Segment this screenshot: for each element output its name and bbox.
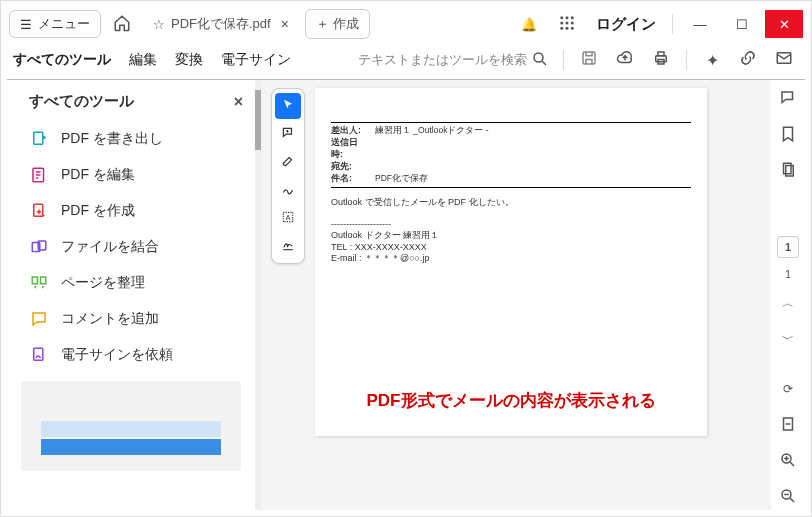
svg-point-0 <box>560 16 563 19</box>
right-rail: 1 1 ︿ ﹀ ⟳ <box>771 80 805 510</box>
cloud-button[interactable] <box>610 45 640 75</box>
zoom-out-button[interactable] <box>775 484 801 510</box>
request-sign-icon <box>29 345 49 365</box>
subject-value: PDF化で保存 <box>375 173 428 185</box>
menu-label: メニュー <box>38 15 90 33</box>
svg-point-6 <box>560 26 563 29</box>
svg-point-9 <box>534 53 543 62</box>
home-button[interactable] <box>105 9 139 39</box>
sidebar-item-comment[interactable]: コメントを追加 <box>7 301 255 337</box>
sparkle-icon: ✦ <box>706 51 719 70</box>
zoom-in-button[interactable] <box>775 448 801 474</box>
window-close-button[interactable]: ✕ <box>765 10 803 38</box>
comment-add-icon <box>29 309 49 329</box>
home-icon <box>113 14 131 35</box>
svg-rect-20 <box>32 277 37 284</box>
ai-button[interactable]: ✦ <box>697 45 727 75</box>
notifications-button[interactable]: 🔔 <box>512 9 546 39</box>
promo-card[interactable] <box>21 381 241 471</box>
page-current[interactable]: 1 <box>777 236 799 258</box>
star-icon: ☆ <box>153 17 165 32</box>
sidebar-item-export[interactable]: PDF を書き出し <box>7 121 255 157</box>
document-tab[interactable]: ☆ PDF化で保存.pdf × <box>143 7 301 41</box>
print-button[interactable] <box>646 45 676 75</box>
grid-icon <box>558 14 576 35</box>
divider <box>686 50 687 70</box>
menu-edit[interactable]: 編集 <box>129 45 157 75</box>
sidebar-item-edit[interactable]: PDF を編集 <box>7 157 255 193</box>
organize-icon <box>29 273 49 293</box>
from-value: 練習用１ _Outlookドクター - <box>375 125 489 137</box>
sidebar-item-create[interactable]: PDF を作成 <box>7 193 255 229</box>
sidebar-item-combine[interactable]: ファイルを結合 <box>7 229 255 265</box>
sidebar-item-organize[interactable]: ページを整理 <box>7 265 255 301</box>
highlight-tool[interactable] <box>275 149 301 175</box>
combine-icon <box>29 237 49 257</box>
cursor-icon <box>281 98 295 115</box>
sidebar-close-button[interactable]: × <box>234 93 243 111</box>
to-label: 宛先: <box>331 161 369 173</box>
tab-close-button[interactable]: × <box>277 16 293 32</box>
menu-convert[interactable]: 変換 <box>175 45 203 75</box>
pencil-wave-icon <box>281 182 295 199</box>
link-icon <box>739 49 757 71</box>
login-button[interactable]: ログイン <box>588 15 664 34</box>
svg-point-3 <box>560 21 563 24</box>
comment-tool[interactable] <box>275 121 301 147</box>
svg-point-2 <box>571 16 574 19</box>
speech-plus-icon <box>281 126 295 143</box>
svg-rect-22 <box>34 348 43 360</box>
edit-pdf-icon <box>29 165 49 185</box>
export-icon <box>29 129 49 149</box>
search-box[interactable]: テキストまたはツールを検索 <box>354 48 553 73</box>
page-down-button[interactable]: ﹀ <box>775 326 801 352</box>
from-label: 差出人: <box>331 125 369 137</box>
link-button[interactable] <box>733 45 763 75</box>
sidebar-item-label: PDF を作成 <box>61 202 135 220</box>
select-tool[interactable] <box>275 93 301 119</box>
hamburger-icon: ☰ <box>20 17 32 32</box>
svg-point-1 <box>566 16 569 19</box>
fit-page-button[interactable] <box>775 412 801 438</box>
text-select-tool[interactable]: A <box>275 205 301 231</box>
sidebar-item-request-sign[interactable]: 電子サインを依頼 <box>7 337 255 373</box>
window-maximize-button[interactable]: ☐ <box>723 10 761 38</box>
rail-pages-button[interactable] <box>775 158 801 184</box>
new-tab-button[interactable]: ＋ 作成 <box>305 9 370 39</box>
mail-button[interactable] <box>769 45 799 75</box>
rotate-icon: ⟳ <box>783 382 793 396</box>
divider <box>672 14 673 34</box>
annotation-callout: PDF形式でメールの内容が表示される <box>315 389 707 412</box>
menu-button[interactable]: ☰ メニュー <box>9 10 101 38</box>
sign-tool[interactable] <box>275 233 301 259</box>
plus-icon: ＋ <box>316 15 329 33</box>
apps-button[interactable] <box>550 9 584 39</box>
page-up-button[interactable]: ︿ <box>775 290 801 316</box>
svg-rect-15 <box>34 132 43 144</box>
fit-page-icon <box>779 415 797 436</box>
menu-bar: すべてのツール 編集 変換 電子サイン テキストまたはツールを検索 <box>7 41 805 80</box>
rail-comment-button[interactable] <box>775 86 801 112</box>
document-area: A 差出人:練習用１ _Outlookドクター - 送信日時: 宛先: 件名:P… <box>261 80 771 510</box>
rotate-button[interactable]: ⟳ <box>775 376 801 402</box>
rail-bookmark-button[interactable] <box>775 122 801 148</box>
sidebar-item-label: コメントを追加 <box>61 310 159 328</box>
menu-esign[interactable]: 電子サイン <box>221 45 291 75</box>
window-minimize-button[interactable]: ― <box>681 10 719 38</box>
chevron-up-icon: ︿ <box>782 295 794 312</box>
save-button[interactable] <box>574 45 604 75</box>
svg-point-7 <box>566 26 569 29</box>
svg-text:A: A <box>286 213 291 220</box>
tab-title: PDF化で保存.pdf <box>171 15 271 33</box>
sidebar-title: すべてのツール <box>29 92 134 111</box>
svg-point-4 <box>566 21 569 24</box>
sidebar: すべてのツール × PDF を書き出し PDF を編集 PDF を作成 ファイル… <box>7 80 255 510</box>
svg-rect-12 <box>658 52 664 56</box>
speech-icon <box>779 89 797 110</box>
draw-tool[interactable] <box>275 177 301 203</box>
new-tab-label: 作成 <box>333 15 359 33</box>
zoom-in-icon <box>779 451 797 472</box>
sidebar-item-label: ページを整理 <box>61 274 145 292</box>
menu-all-tools[interactable]: すべてのツール <box>13 45 111 75</box>
pdf-page: 差出人:練習用１ _Outlookドクター - 送信日時: 宛先: 件名:PDF… <box>315 88 707 436</box>
